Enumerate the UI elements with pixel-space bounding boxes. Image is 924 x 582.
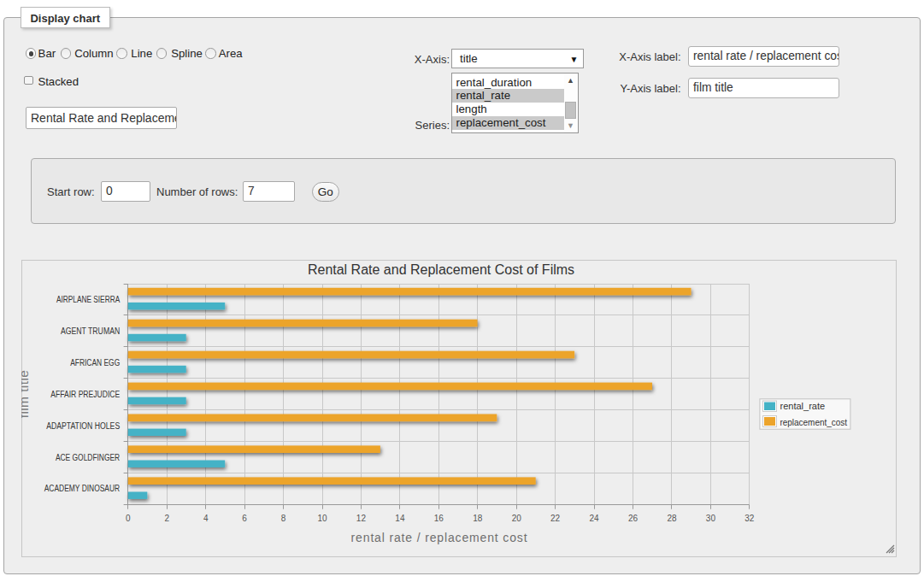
- svg-text:22: 22: [550, 514, 561, 523]
- svg-text:24: 24: [590, 514, 600, 523]
- svg-text:4: 4: [203, 514, 209, 523]
- svg-text:32: 32: [744, 514, 755, 523]
- svg-text:10: 10: [317, 514, 327, 523]
- svg-text:AFFAIR PREJUDICE: AFFAIR PREJUDICE: [50, 390, 120, 399]
- svg-text:Rental Rate and Replacement Co: Rental Rate and Replacement Cost of Film…: [308, 262, 574, 277]
- svg-text:28: 28: [667, 514, 677, 523]
- svg-text:ACADEMY DINOSAUR: ACADEMY DINOSAUR: [44, 484, 121, 493]
- svg-text:2: 2: [164, 514, 169, 523]
- svg-text:AGENT TRUMAN: AGENT TRUMAN: [61, 326, 120, 336]
- svg-text:6: 6: [242, 514, 247, 523]
- svg-text:0: 0: [126, 514, 131, 523]
- svg-text:AFRICAN EGG: AFRICAN EGG: [70, 358, 120, 367]
- svg-text:ACE GOLDFINGER: ACE GOLDFINGER: [56, 453, 120, 462]
- svg-text:ADAPTATION HOLES: ADAPTATION HOLES: [46, 421, 120, 431]
- svg-text:film title: film title: [21, 370, 31, 419]
- svg-text:14: 14: [395, 514, 405, 523]
- svg-text:20: 20: [512, 514, 522, 523]
- svg-text:rental_rate: rental_rate: [780, 401, 826, 411]
- svg-text:30: 30: [706, 514, 716, 523]
- svg-text:16: 16: [434, 514, 444, 523]
- svg-text:rental rate / replacement cost: rental rate / replacement cost: [351, 531, 528, 544]
- svg-text:AIRPLANE SIERRA: AIRPLANE SIERRA: [56, 295, 121, 304]
- svg-text:26: 26: [628, 514, 639, 523]
- svg-text:8: 8: [281, 514, 286, 523]
- svg-text:18: 18: [473, 514, 483, 523]
- svg-text:replacement_cost: replacement_cost: [780, 417, 848, 427]
- svg-text:12: 12: [356, 514, 367, 523]
